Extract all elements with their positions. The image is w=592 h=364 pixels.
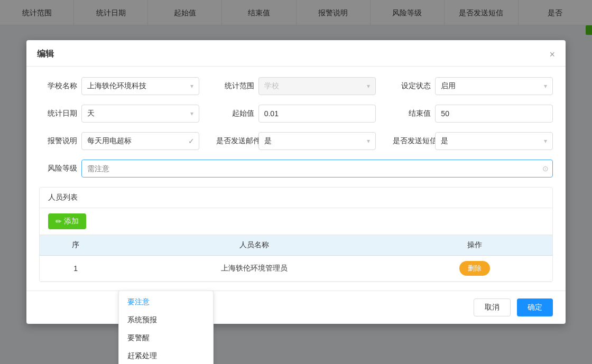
status-value: 启用: [441, 81, 456, 91]
table-header-row: 序 人员名称 操作: [40, 235, 552, 256]
cell-action: 删除: [396, 256, 552, 282]
dropdown-item-2[interactable]: 要警醒: [119, 329, 213, 347]
risk-input[interactable]: [81, 160, 553, 178]
end-val-label: 结束值: [393, 109, 431, 118]
end-val-input[interactable]: [435, 105, 553, 123]
school-select-arrow: ▾: [190, 82, 193, 90]
dropdown-item-3[interactable]: 赶紧处理: [119, 347, 213, 364]
modal-body: 学校名称 上海轶伦环境科技 ▾ 统计范围 学校 ▾ 设定状态: [26, 67, 566, 291]
form-row-4: 风险等级 ⊙ 要注意 系统预报 要警醒 赶紧处理 风险很低: [39, 160, 553, 178]
stat-date-value: 天: [87, 109, 95, 118]
alarm-value: 每天用电超标: [87, 136, 132, 146]
table-head: 序 人员名称 操作: [40, 235, 552, 256]
table-body: 1 上海轶伦环境管理员 删除: [40, 256, 552, 282]
start-val-label: 起始值: [216, 109, 254, 118]
table-row: 1 上海轶伦环境管理员 删除: [40, 256, 552, 282]
alarm-check-icon: ✓: [188, 137, 195, 145]
risk-clear-icon[interactable]: ⊙: [542, 164, 549, 173]
th-name: 人员名称: [112, 235, 397, 256]
stat-date-group: 统计日期 天 ▾: [39, 105, 199, 123]
th-action: 操作: [396, 235, 552, 256]
send-email-select[interactable]: 是 ▾: [258, 132, 376, 150]
stat-date-arrow: ▾: [190, 110, 193, 117]
modal-close-button[interactable]: ×: [549, 50, 555, 59]
school-label: 学校名称: [39, 81, 77, 91]
send-email-arrow: ▾: [367, 137, 370, 145]
stat-range-label: 统计范围: [216, 81, 254, 91]
send-sms-group: 是否发送短信 是 ▾: [393, 132, 553, 150]
stat-date-select[interactable]: 天 ▾: [81, 105, 199, 123]
stat-range-arrow: ▾: [367, 82, 370, 90]
school-group: 学校名称 上海轶伦环境科技 ▾: [39, 77, 199, 95]
personnel-table: 序 人员名称 操作 1 上海轶伦环境管理员 删除: [40, 235, 552, 282]
personnel-panel: 人员列表 ✏ 添加 序 人员名称 操作: [39, 187, 553, 282]
modal-overlay: 编辑 × 学校名称 上海轶伦环境科技 ▾ 统计范围 学校 ▾: [0, 0, 592, 364]
stat-range-select[interactable]: 学校 ▾: [258, 77, 376, 95]
risk-group: 风险等级 ⊙: [39, 160, 553, 178]
form-row-3: 报警说明 每天用电超标 ✓ 是否发送邮件 是 ▾ 是否发送短信: [39, 132, 553, 150]
dropdown-item-0[interactable]: 要注意: [119, 293, 213, 311]
modal-footer: 取消 确定: [26, 291, 566, 324]
dropdown-item-1[interactable]: 系统预报: [119, 311, 213, 329]
send-sms-value: 是: [441, 136, 448, 146]
alarm-select[interactable]: 每天用电超标 ✓: [81, 132, 199, 150]
send-email-label: 是否发送邮件: [216, 136, 254, 146]
th-seq: 序: [40, 235, 112, 256]
modal-header: 编辑 ×: [26, 40, 566, 67]
send-sms-label: 是否发送短信: [393, 136, 431, 146]
cancel-button[interactable]: 取消: [474, 298, 511, 316]
risk-input-wrapper: ⊙: [81, 160, 553, 178]
send-email-value: 是: [264, 136, 272, 146]
status-group: 设定状态 启用 ▾: [393, 77, 553, 95]
status-select[interactable]: 启用 ▾: [435, 77, 553, 95]
alarm-group: 报警说明 每天用电超标 ✓: [39, 132, 199, 150]
add-icon: ✏: [56, 217, 62, 226]
send-email-group: 是否发送邮件 是 ▾: [216, 132, 376, 150]
school-select[interactable]: 上海轶伦环境科技 ▾: [81, 77, 199, 95]
add-personnel-button[interactable]: ✏ 添加: [48, 213, 86, 229]
alarm-label: 报警说明: [39, 136, 77, 146]
stat-range-placeholder: 学校: [264, 81, 279, 91]
cell-name: 上海轶伦环境管理员: [112, 256, 397, 282]
modal-title: 编辑: [37, 49, 54, 60]
add-button-label: 添加: [64, 217, 79, 226]
send-sms-select[interactable]: 是 ▾: [435, 132, 553, 150]
personnel-panel-header: 人员列表: [40, 188, 552, 208]
start-val-input[interactable]: [258, 105, 376, 123]
risk-dropdown: 要注意 系统预报 要警醒 赶紧处理 风险很低: [118, 291, 214, 364]
start-val-group: 起始值: [216, 105, 376, 123]
personnel-panel-title: 人员列表: [48, 193, 78, 201]
stat-range-group: 统计范围 学校 ▾: [216, 77, 376, 95]
risk-label: 风险等级: [39, 164, 77, 173]
confirm-button[interactable]: 确定: [517, 298, 553, 316]
cell-seq: 1: [40, 256, 112, 282]
school-value: 上海轶伦环境科技: [87, 81, 146, 91]
stat-date-label: 统计日期: [39, 109, 77, 118]
status-arrow: ▾: [544, 82, 547, 90]
status-label: 设定状态: [393, 81, 431, 91]
delete-button[interactable]: 删除: [459, 261, 490, 276]
form-row-2: 统计日期 天 ▾ 起始值 结束值: [39, 105, 553, 123]
edit-modal: 编辑 × 学校名称 上海轶伦环境科技 ▾ 统计范围 学校 ▾: [26, 40, 566, 324]
end-val-group: 结束值: [393, 105, 553, 123]
personnel-toolbar: ✏ 添加: [40, 208, 552, 235]
form-row-1: 学校名称 上海轶伦环境科技 ▾ 统计范围 学校 ▾ 设定状态: [39, 77, 553, 95]
send-sms-arrow: ▾: [544, 137, 547, 145]
